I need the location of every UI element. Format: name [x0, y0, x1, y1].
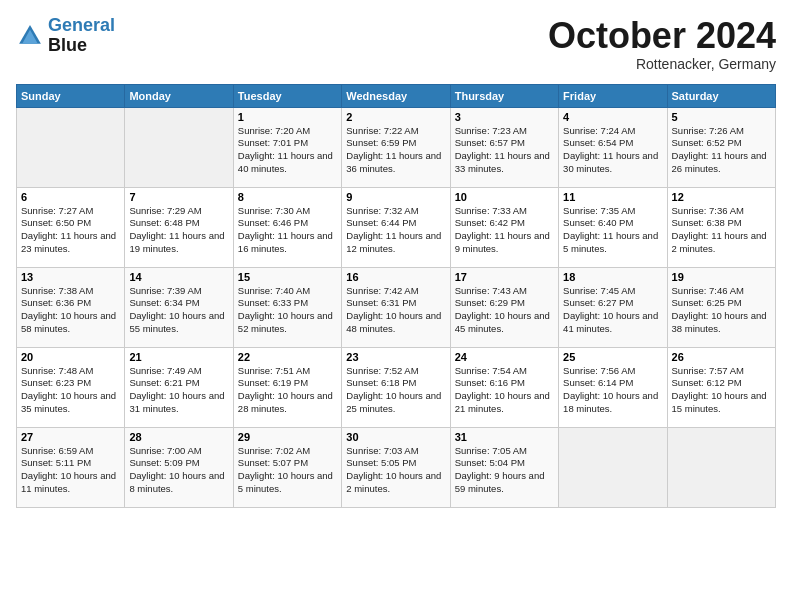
day-number: 15 — [238, 271, 337, 283]
page-header: General Blue October 2024 Rottenacker, G… — [16, 16, 776, 72]
calendar-cell: 24Sunrise: 7:54 AM Sunset: 6:16 PM Dayli… — [450, 347, 558, 427]
calendar-cell: 4Sunrise: 7:24 AM Sunset: 6:54 PM Daylig… — [559, 107, 667, 187]
calendar-cell — [125, 107, 233, 187]
weekday-header-tuesday: Tuesday — [233, 84, 341, 107]
day-info: Sunrise: 7:02 AM Sunset: 5:07 PM Dayligh… — [238, 445, 337, 496]
logo: General Blue — [16, 16, 115, 56]
day-info: Sunrise: 7:40 AM Sunset: 6:33 PM Dayligh… — [238, 285, 337, 336]
calendar-cell: 18Sunrise: 7:45 AM Sunset: 6:27 PM Dayli… — [559, 267, 667, 347]
calendar-cell: 15Sunrise: 7:40 AM Sunset: 6:33 PM Dayli… — [233, 267, 341, 347]
calendar-cell: 16Sunrise: 7:42 AM Sunset: 6:31 PM Dayli… — [342, 267, 450, 347]
day-info: Sunrise: 7:03 AM Sunset: 5:05 PM Dayligh… — [346, 445, 445, 496]
day-info: Sunrise: 7:49 AM Sunset: 6:21 PM Dayligh… — [129, 365, 228, 416]
day-info: Sunrise: 7:23 AM Sunset: 6:57 PM Dayligh… — [455, 125, 554, 176]
calendar-cell: 22Sunrise: 7:51 AM Sunset: 6:19 PM Dayli… — [233, 347, 341, 427]
day-info: Sunrise: 7:30 AM Sunset: 6:46 PM Dayligh… — [238, 205, 337, 256]
day-number: 4 — [563, 111, 662, 123]
day-info: Sunrise: 7:33 AM Sunset: 6:42 PM Dayligh… — [455, 205, 554, 256]
calendar-cell: 23Sunrise: 7:52 AM Sunset: 6:18 PM Dayli… — [342, 347, 450, 427]
calendar-cell: 7Sunrise: 7:29 AM Sunset: 6:48 PM Daylig… — [125, 187, 233, 267]
day-number: 7 — [129, 191, 228, 203]
day-info: Sunrise: 7:39 AM Sunset: 6:34 PM Dayligh… — [129, 285, 228, 336]
day-info: Sunrise: 7:51 AM Sunset: 6:19 PM Dayligh… — [238, 365, 337, 416]
day-number: 11 — [563, 191, 662, 203]
day-number: 2 — [346, 111, 445, 123]
day-info: Sunrise: 7:36 AM Sunset: 6:38 PM Dayligh… — [672, 205, 771, 256]
week-row-2: 6Sunrise: 7:27 AM Sunset: 6:50 PM Daylig… — [17, 187, 776, 267]
location: Rottenacker, Germany — [548, 56, 776, 72]
week-row-5: 27Sunrise: 6:59 AM Sunset: 5:11 PM Dayli… — [17, 427, 776, 507]
day-info: Sunrise: 7:42 AM Sunset: 6:31 PM Dayligh… — [346, 285, 445, 336]
day-number: 6 — [21, 191, 120, 203]
calendar-cell — [559, 427, 667, 507]
day-number: 9 — [346, 191, 445, 203]
day-info: Sunrise: 7:29 AM Sunset: 6:48 PM Dayligh… — [129, 205, 228, 256]
calendar-cell: 29Sunrise: 7:02 AM Sunset: 5:07 PM Dayli… — [233, 427, 341, 507]
calendar-cell: 21Sunrise: 7:49 AM Sunset: 6:21 PM Dayli… — [125, 347, 233, 427]
day-info: Sunrise: 7:52 AM Sunset: 6:18 PM Dayligh… — [346, 365, 445, 416]
day-number: 12 — [672, 191, 771, 203]
day-number: 23 — [346, 351, 445, 363]
weekday-header-saturday: Saturday — [667, 84, 775, 107]
calendar-cell: 12Sunrise: 7:36 AM Sunset: 6:38 PM Dayli… — [667, 187, 775, 267]
calendar-cell: 31Sunrise: 7:05 AM Sunset: 5:04 PM Dayli… — [450, 427, 558, 507]
day-info: Sunrise: 6:59 AM Sunset: 5:11 PM Dayligh… — [21, 445, 120, 496]
calendar-header: SundayMondayTuesdayWednesdayThursdayFrid… — [17, 84, 776, 107]
calendar-cell: 3Sunrise: 7:23 AM Sunset: 6:57 PM Daylig… — [450, 107, 558, 187]
day-number: 21 — [129, 351, 228, 363]
calendar-cell: 11Sunrise: 7:35 AM Sunset: 6:40 PM Dayli… — [559, 187, 667, 267]
day-number: 25 — [563, 351, 662, 363]
day-number: 30 — [346, 431, 445, 443]
calendar-cell: 17Sunrise: 7:43 AM Sunset: 6:29 PM Dayli… — [450, 267, 558, 347]
calendar-body: 1Sunrise: 7:20 AM Sunset: 7:01 PM Daylig… — [17, 107, 776, 507]
calendar-cell: 19Sunrise: 7:46 AM Sunset: 6:25 PM Dayli… — [667, 267, 775, 347]
calendar-cell — [17, 107, 125, 187]
calendar-cell: 2Sunrise: 7:22 AM Sunset: 6:59 PM Daylig… — [342, 107, 450, 187]
day-info: Sunrise: 7:35 AM Sunset: 6:40 PM Dayligh… — [563, 205, 662, 256]
weekday-header-wednesday: Wednesday — [342, 84, 450, 107]
day-number: 20 — [21, 351, 120, 363]
title-block: October 2024 Rottenacker, Germany — [548, 16, 776, 72]
day-number: 26 — [672, 351, 771, 363]
day-info: Sunrise: 7:20 AM Sunset: 7:01 PM Dayligh… — [238, 125, 337, 176]
calendar-table: SundayMondayTuesdayWednesdayThursdayFrid… — [16, 84, 776, 508]
day-number: 3 — [455, 111, 554, 123]
day-info: Sunrise: 7:46 AM Sunset: 6:25 PM Dayligh… — [672, 285, 771, 336]
calendar-cell: 27Sunrise: 6:59 AM Sunset: 5:11 PM Dayli… — [17, 427, 125, 507]
day-info: Sunrise: 7:43 AM Sunset: 6:29 PM Dayligh… — [455, 285, 554, 336]
day-info: Sunrise: 7:26 AM Sunset: 6:52 PM Dayligh… — [672, 125, 771, 176]
day-info: Sunrise: 7:48 AM Sunset: 6:23 PM Dayligh… — [21, 365, 120, 416]
logo-icon — [16, 22, 44, 50]
calendar-cell: 13Sunrise: 7:38 AM Sunset: 6:36 PM Dayli… — [17, 267, 125, 347]
day-number: 28 — [129, 431, 228, 443]
day-info: Sunrise: 7:22 AM Sunset: 6:59 PM Dayligh… — [346, 125, 445, 176]
day-number: 16 — [346, 271, 445, 283]
day-number: 13 — [21, 271, 120, 283]
day-info: Sunrise: 7:00 AM Sunset: 5:09 PM Dayligh… — [129, 445, 228, 496]
month-title: October 2024 — [548, 16, 776, 56]
weekday-header-sunday: Sunday — [17, 84, 125, 107]
calendar-cell: 10Sunrise: 7:33 AM Sunset: 6:42 PM Dayli… — [450, 187, 558, 267]
day-info: Sunrise: 7:05 AM Sunset: 5:04 PM Dayligh… — [455, 445, 554, 496]
day-number: 14 — [129, 271, 228, 283]
week-row-1: 1Sunrise: 7:20 AM Sunset: 7:01 PM Daylig… — [17, 107, 776, 187]
day-number: 5 — [672, 111, 771, 123]
calendar-cell: 25Sunrise: 7:56 AM Sunset: 6:14 PM Dayli… — [559, 347, 667, 427]
calendar-cell: 20Sunrise: 7:48 AM Sunset: 6:23 PM Dayli… — [17, 347, 125, 427]
weekday-header-friday: Friday — [559, 84, 667, 107]
calendar-cell: 9Sunrise: 7:32 AM Sunset: 6:44 PM Daylig… — [342, 187, 450, 267]
calendar-cell: 8Sunrise: 7:30 AM Sunset: 6:46 PM Daylig… — [233, 187, 341, 267]
day-info: Sunrise: 7:27 AM Sunset: 6:50 PM Dayligh… — [21, 205, 120, 256]
day-number: 18 — [563, 271, 662, 283]
day-info: Sunrise: 7:24 AM Sunset: 6:54 PM Dayligh… — [563, 125, 662, 176]
week-row-4: 20Sunrise: 7:48 AM Sunset: 6:23 PM Dayli… — [17, 347, 776, 427]
day-info: Sunrise: 7:54 AM Sunset: 6:16 PM Dayligh… — [455, 365, 554, 416]
day-number: 31 — [455, 431, 554, 443]
day-number: 17 — [455, 271, 554, 283]
day-number: 29 — [238, 431, 337, 443]
weekday-row: SundayMondayTuesdayWednesdayThursdayFrid… — [17, 84, 776, 107]
day-number: 24 — [455, 351, 554, 363]
day-info: Sunrise: 7:32 AM Sunset: 6:44 PM Dayligh… — [346, 205, 445, 256]
day-info: Sunrise: 7:38 AM Sunset: 6:36 PM Dayligh… — [21, 285, 120, 336]
week-row-3: 13Sunrise: 7:38 AM Sunset: 6:36 PM Dayli… — [17, 267, 776, 347]
